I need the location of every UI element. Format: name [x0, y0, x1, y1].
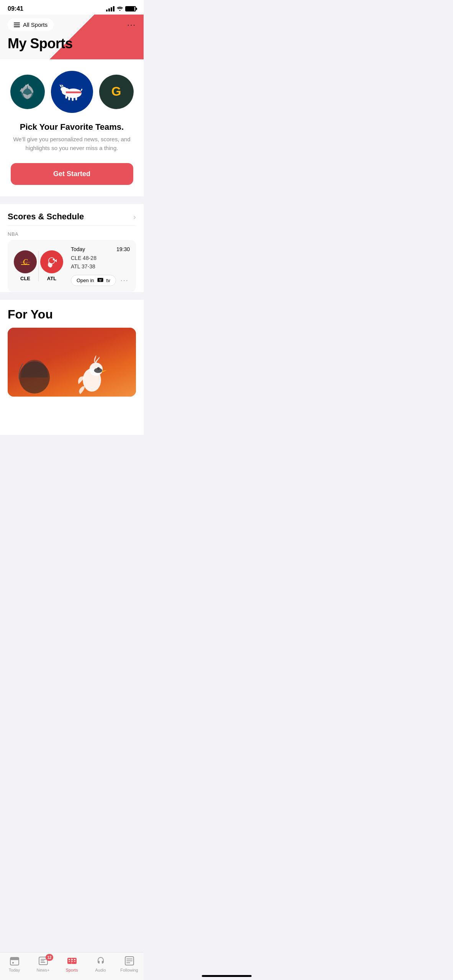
- svg-rect-32: [69, 961, 70, 962]
- team-logos: G: [10, 71, 134, 113]
- tab-bar: Today 12 News+: [0, 952, 144, 980]
- scores-title: Scores & Schedule: [8, 212, 84, 222]
- svg-point-19: [94, 368, 102, 373]
- tab-sports-label: Sports: [66, 968, 78, 972]
- tab-sports[interactable]: Sports: [57, 956, 86, 972]
- svg-point-2: [61, 87, 66, 91]
- for-you-title: For You: [8, 300, 136, 328]
- tab-newsplus-label: News+: [37, 968, 50, 972]
- svg-point-13: [53, 259, 54, 260]
- packers-logo: G: [99, 75, 134, 109]
- svg-rect-31: [74, 959, 75, 960]
- status-bar: 09:41: [0, 0, 144, 15]
- all-sports-label: All Sports: [23, 21, 47, 28]
- atl-label: ATL: [47, 276, 56, 281]
- team-atl: ATL: [40, 250, 63, 281]
- league-label: NBA: [8, 226, 136, 240]
- svg-rect-5: [75, 96, 77, 100]
- game-time: 19:30: [116, 246, 130, 252]
- game-more-button[interactable]: ···: [121, 276, 129, 284]
- team-packers: G: [99, 75, 134, 109]
- for-you-image: [8, 328, 136, 397]
- tab-today-label: Today: [9, 968, 20, 972]
- svg-text:G: G: [111, 84, 121, 98]
- hamburger-icon: [14, 23, 20, 27]
- header: All Sports ··· My Sports: [0, 15, 144, 59]
- header-top: All Sports ···: [8, 18, 136, 31]
- teams-container: C CLE: [14, 250, 63, 281]
- team-eagles: [10, 75, 45, 109]
- tab-today[interactable]: Today: [0, 956, 29, 972]
- game-card: C CLE: [8, 240, 136, 292]
- today-icon: [9, 956, 20, 966]
- tab-audio[interactable]: Audio: [86, 956, 115, 972]
- svg-rect-22: [10, 957, 19, 960]
- tab-audio-label: Audio: [95, 968, 106, 972]
- hawks-logo: [40, 250, 63, 273]
- cavs-logo: C: [14, 250, 37, 273]
- bills-logo: [51, 71, 93, 113]
- team-records: CLE 48-28ATL 37-38: [71, 254, 130, 271]
- svg-rect-34: [74, 961, 75, 962]
- scores-chevron[interactable]: ›: [133, 212, 136, 221]
- tab-newsplus[interactable]: 12 News+: [29, 956, 57, 972]
- for-you-section: For You: [0, 300, 144, 435]
- svg-rect-6: [65, 95, 67, 98]
- open-in-tv-button[interactable]: Open in tv: [71, 275, 116, 286]
- svg-rect-25: [41, 959, 46, 960]
- tab-following[interactable]: Following: [115, 956, 144, 972]
- more-button[interactable]: ···: [127, 20, 136, 29]
- battery-icon: [125, 6, 136, 11]
- audio-icon: [95, 956, 106, 966]
- newsplus-badge: 12: [46, 954, 53, 961]
- svg-rect-26: [41, 960, 44, 961]
- get-started-button[interactable]: Get Started: [11, 163, 133, 185]
- all-sports-button[interactable]: All Sports: [8, 18, 54, 31]
- tab-following-label: Following: [120, 968, 138, 972]
- sports-icon: [67, 956, 77, 966]
- svg-rect-23: [12, 962, 14, 964]
- svg-rect-29: [69, 959, 70, 960]
- game-info: Today 19:30 CLE 48-28ATL 37-38 Open in t…: [71, 246, 130, 286]
- svg-rect-4: [72, 96, 74, 101]
- team-divider: [38, 251, 39, 281]
- eagles-logo: [10, 75, 45, 109]
- pick-desc: We'll give you personalized news, scores…: [11, 135, 133, 152]
- signal-icon: [106, 6, 114, 11]
- teams-section: G Pick Your Favorite Teams. We'll give y…: [0, 59, 144, 196]
- wifi-icon: [117, 6, 123, 12]
- team-cle: C CLE: [14, 250, 37, 281]
- following-icon: [124, 956, 135, 966]
- team-bills: [51, 71, 93, 113]
- status-time: 09:41: [8, 5, 23, 12]
- page-title: My Sports: [8, 36, 136, 52]
- status-icons: [106, 6, 136, 12]
- svg-rect-3: [68, 96, 70, 100]
- game-time-row: Today 19:30: [71, 246, 130, 252]
- scores-section: Scores & Schedule › NBA C CLE: [0, 204, 144, 292]
- cle-label: CLE: [20, 276, 30, 281]
- game-actions: Open in tv ···: [71, 275, 130, 286]
- pick-title: Pick Your Favorite Teams.: [20, 122, 124, 132]
- game-date: Today: [71, 246, 85, 252]
- scores-header: Scores & Schedule ›: [8, 204, 136, 226]
- svg-rect-27: [41, 962, 45, 963]
